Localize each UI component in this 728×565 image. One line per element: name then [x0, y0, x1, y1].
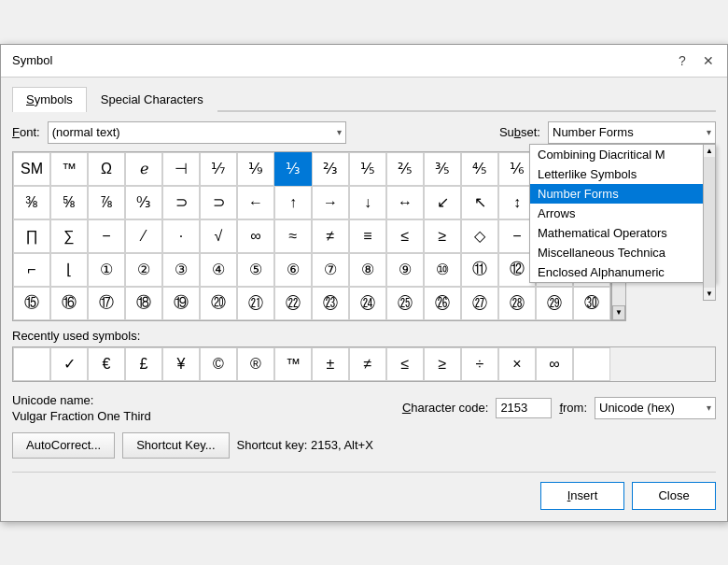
symbol-cell[interactable]: ⑯ [50, 287, 88, 320]
scroll-up-icon[interactable]: ▲ [704, 145, 715, 157]
recent-symbol-cell[interactable]: ≤ [386, 347, 424, 381]
symbol-cell[interactable]: ↖ [461, 186, 498, 219]
tab-special-characters[interactable]: Special Characters [87, 87, 217, 112]
recent-symbol-cell[interactable]: ™ [274, 347, 312, 381]
symbol-cell[interactable]: ⅓ [274, 152, 312, 186]
recent-symbol-cell[interactable]: ® [237, 347, 274, 381]
symbol-cell[interactable]: ⅗ [424, 152, 461, 186]
subset-option-5[interactable]: Miscellaneous Technica [530, 243, 715, 262]
symbol-cell[interactable]: ㉒ [274, 287, 312, 320]
scroll-down-icon[interactable]: ▼ [704, 288, 715, 300]
recent-symbol-cell[interactable]: ✓ [50, 347, 88, 381]
symbol-cell[interactable]: ← [237, 186, 274, 219]
symbol-cell[interactable]: ⑳ [200, 287, 237, 320]
symbol-cell[interactable]: ⅑ [237, 152, 274, 186]
symbol-cell[interactable]: ㉑ [237, 287, 274, 320]
symbol-cell[interactable]: ↔ [386, 186, 424, 219]
symbol-cell[interactable]: ↑ [274, 186, 312, 219]
symbol-cell[interactable]: ㉚ [573, 287, 610, 320]
symbol-cell[interactable]: · [162, 219, 200, 253]
recent-symbol-cell[interactable]: £ [125, 347, 162, 381]
symbol-cell[interactable]: ⑨ [386, 253, 424, 287]
symbol-cell[interactable]: SM [13, 152, 50, 186]
symbol-cell[interactable]: ④ [200, 253, 237, 287]
symbol-cell[interactable]: ⅔ [312, 152, 349, 186]
subset-option-0[interactable]: Combining Diacritical M [530, 145, 715, 164]
symbol-cell[interactable]: ⑱ [125, 287, 162, 320]
symbol-cell[interactable]: ⑲ [162, 287, 200, 320]
symbol-cell[interactable]: ⅐ [200, 152, 237, 186]
symbol-cell[interactable]: ⑩ [424, 253, 461, 287]
symbol-cell[interactable]: ㉕ [386, 287, 424, 320]
symbol-cell[interactable]: ⑥ [274, 253, 312, 287]
recent-symbol-cell[interactable]: ÷ [461, 347, 498, 381]
symbol-cell[interactable]: ∑ [50, 219, 88, 253]
insert-button[interactable]: Insert [540, 482, 624, 510]
subset-option-2[interactable]: Number Forms [530, 184, 715, 204]
symbol-cell[interactable]: ⑪ [461, 253, 498, 287]
symbol-cell[interactable]: ∏ [13, 219, 50, 253]
symbol-cell[interactable]: ∕ [125, 219, 162, 253]
recent-symbol-cell[interactable]: ± [312, 347, 349, 381]
subset-option-6[interactable]: Enclosed Alphanumeric [530, 262, 715, 282]
symbol-cell[interactable]: ㉘ [498, 287, 536, 320]
recent-symbol-cell[interactable] [573, 347, 610, 381]
symbol-cell[interactable]: ③ [162, 253, 200, 287]
recent-symbol-cell[interactable]: ≠ [349, 347, 386, 381]
grid-scroll-down[interactable]: ▼ [612, 305, 625, 320]
symbol-cell[interactable]: Ω [88, 152, 125, 186]
recent-symbol-cell[interactable]: © [200, 347, 237, 381]
symbol-cell[interactable]: ㉔ [349, 287, 386, 320]
recent-symbol-cell[interactable]: € [88, 347, 125, 381]
symbol-cell[interactable]: ⊣ [162, 152, 200, 186]
symbol-cell[interactable]: ⅕ [349, 152, 386, 186]
autocorrect-button[interactable]: AutoCorrect... [12, 432, 115, 459]
symbol-cell[interactable]: ≠ [312, 219, 349, 253]
symbol-cell[interactable]: ⑤ [237, 253, 274, 287]
symbol-cell[interactable]: ≥ [424, 219, 461, 253]
recent-symbol-cell[interactable]: ≥ [424, 347, 461, 381]
symbol-cell[interactable]: ⅜ [13, 186, 50, 219]
recent-symbol-cell[interactable]: ∞ [536, 347, 573, 381]
symbol-cell[interactable]: ⑦ [312, 253, 349, 287]
tab-symbols[interactable]: Symbols [12, 87, 87, 112]
symbol-cell[interactable]: ↙ [424, 186, 461, 219]
symbol-cell[interactable]: ◇ [461, 219, 498, 253]
symbol-cell[interactable]: √ [200, 219, 237, 253]
symbol-cell[interactable]: ™ [50, 152, 88, 186]
recent-symbol-cell[interactable]: ¥ [162, 347, 200, 381]
symbol-cell[interactable]: ② [125, 253, 162, 287]
symbol-cell[interactable]: ㉖ [424, 287, 461, 320]
help-button[interactable]: ? [671, 50, 693, 71]
symbol-cell[interactable]: ㉓ [312, 287, 349, 320]
symbol-cell[interactable]: ⅖ [386, 152, 424, 186]
symbol-cell[interactable]: ↉ [125, 186, 162, 219]
from-select[interactable]: Unicode (hex) ▾ [595, 397, 716, 419]
subset-option-3[interactable]: Arrows [530, 204, 715, 223]
font-select[interactable]: (normal text) ▾ [48, 121, 346, 144]
symbol-cell[interactable]: ⑮ [13, 287, 50, 320]
recent-symbol-cell[interactable]: × [498, 347, 536, 381]
subset-dropdown-scrollbar[interactable]: ▲ ▼ [703, 144, 716, 301]
symbol-cell[interactable]: ㉗ [461, 287, 498, 320]
symbol-cell[interactable]: ⅘ [461, 152, 498, 186]
symbol-cell[interactable]: − [88, 219, 125, 253]
symbol-cell[interactable]: ⊃ [200, 186, 237, 219]
symbol-cell[interactable]: ⅞ [88, 186, 125, 219]
symbol-cell[interactable]: ① [88, 253, 125, 287]
symbol-cell[interactable]: ⌐ [13, 253, 50, 287]
symbol-cell[interactable]: ⌊ [50, 253, 88, 287]
close-button[interactable]: Close [632, 482, 716, 510]
recent-symbol-cell[interactable] [13, 347, 50, 381]
symbol-cell[interactable]: ≤ [386, 219, 424, 253]
char-code-input[interactable] [496, 398, 552, 418]
window-close-button[interactable]: ✕ [697, 50, 720, 71]
symbol-cell[interactable]: ≡ [349, 219, 386, 253]
shortcut-key-button[interactable]: Shortcut Key... [122, 432, 229, 459]
symbol-cell[interactable]: ≈ [274, 219, 312, 253]
symbol-cell[interactable]: ↓ [349, 186, 386, 219]
symbol-cell[interactable]: ㉙ [536, 287, 573, 320]
symbol-cell[interactable]: ℯ [125, 152, 162, 186]
symbol-cell[interactable]: ⊃ [162, 186, 200, 219]
subset-select[interactable]: Number Forms ▾ [548, 121, 716, 144]
